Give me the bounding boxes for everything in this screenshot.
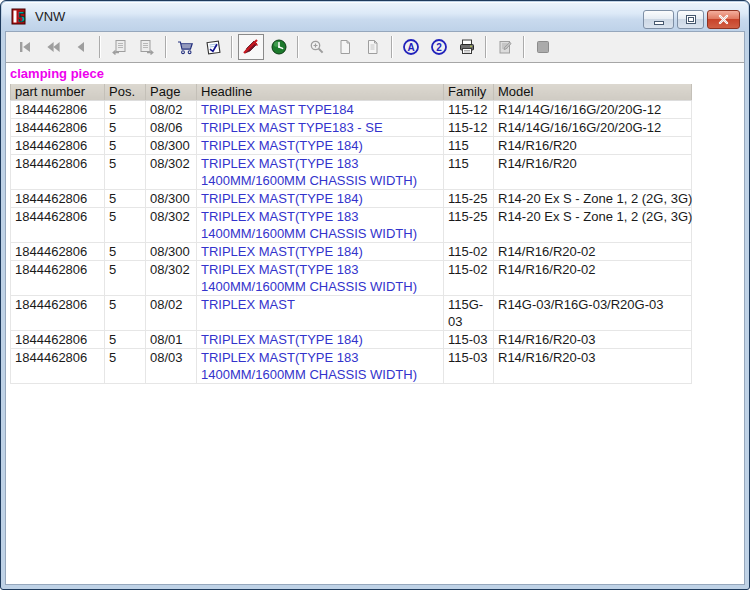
toolbar-separator — [297, 36, 299, 58]
headline-link[interactable]: TRIPLEX MAST(TYPE 184) — [201, 191, 363, 206]
col-header-model[interactable]: Model — [494, 84, 692, 101]
cell-family: 115-25 — [444, 190, 494, 208]
headline-link[interactable]: TRIPLEX MAST — [201, 297, 295, 312]
close-icon — [718, 14, 729, 25]
cell-part-number: 1844462806 — [11, 331, 105, 349]
table-row[interactable]: 1844462806508/02TRIPLEX MAST115G-03R14G-… — [11, 296, 692, 331]
checklist-button[interactable] — [200, 34, 226, 60]
headline-link[interactable]: TRIPLEX MAST(TYPE 183 1400MM/1600MM CHAS… — [201, 156, 417, 188]
notes-button[interactable] — [492, 34, 518, 60]
results-table: part number Pos. Page Headline Family Mo… — [10, 84, 692, 384]
go-previous-fast-button[interactable] — [40, 34, 66, 60]
search-term-label: clamping piece — [10, 66, 744, 81]
zoom-button[interactable] — [304, 34, 330, 60]
results-pane: clamping piece part number Pos. Page Hea… — [6, 63, 744, 584]
toolbar-separator — [523, 36, 525, 58]
title-bar[interactable]: 5 VNW — [2, 2, 748, 31]
print-button[interactable] — [454, 34, 480, 60]
table-row[interactable]: 1844462806508/03TRIPLEX MAST(TYPE 183 14… — [11, 349, 692, 384]
cell-headline[interactable]: TRIPLEX MAST TYPE183 - SE — [197, 119, 444, 137]
checklist-icon — [205, 39, 222, 56]
go-previous-button[interactable] — [68, 34, 94, 60]
table-row[interactable]: 1844462806508/01TRIPLEX MAST(TYPE 184)11… — [11, 331, 692, 349]
screen: 5 VNW — [0, 0, 750, 590]
cell-model: R14-20 Ex S - Zone 1, 2 (2G, 3G) — [494, 208, 692, 243]
col-header-page[interactable]: Page — [146, 84, 197, 101]
cell-part-number: 1844462806 — [11, 190, 105, 208]
go-first-button[interactable] — [12, 34, 38, 60]
cell-family: 115-25 — [444, 208, 494, 243]
circled-2-button[interactable]: 2 — [426, 34, 452, 60]
headline-link[interactable]: TRIPLEX MAST(TYPE 184) — [201, 244, 363, 259]
page-view-button[interactable] — [332, 34, 358, 60]
table-row[interactable]: 1844462806508/302TRIPLEX MAST(TYPE 183 1… — [11, 155, 692, 190]
page-copy-button[interactable] — [360, 34, 386, 60]
minimize-button[interactable] — [643, 10, 674, 29]
cell-pos: 5 — [105, 137, 146, 155]
headline-link[interactable]: TRIPLEX MAST TYPE183 - SE — [201, 120, 383, 135]
cell-headline[interactable]: TRIPLEX MAST — [197, 296, 444, 331]
toolbar-separator — [165, 36, 167, 58]
maximize-button[interactable] — [677, 10, 704, 29]
headline-link[interactable]: TRIPLEX MAST TYPE184 — [201, 102, 354, 117]
table-row[interactable]: 1844462806508/302TRIPLEX MAST(TYPE 183 1… — [11, 261, 692, 296]
col-header-family[interactable]: Family — [444, 84, 494, 101]
headline-link[interactable]: TRIPLEX MAST(TYPE 183 1400MM/1600MM CHAS… — [201, 350, 417, 382]
cell-pos: 5 — [105, 296, 146, 331]
cell-model: R14-20 Ex S - Zone 1, 2 (2G, 3G) — [494, 190, 692, 208]
headline-link[interactable]: TRIPLEX MAST(TYPE 183 1400MM/1600MM CHAS… — [201, 262, 417, 294]
cell-page: 08/302 — [146, 261, 197, 296]
toolbar-separator — [391, 36, 393, 58]
history-clock-button[interactable] — [266, 34, 292, 60]
table-row[interactable]: 1844462806508/300TRIPLEX MAST(TYPE 184)1… — [11, 137, 692, 155]
go-previous-fast-icon — [45, 39, 61, 55]
cell-page: 08/300 — [146, 243, 197, 261]
table-row[interactable]: 1844462806508/300TRIPLEX MAST(TYPE 184)1… — [11, 190, 692, 208]
cell-part-number: 1844462806 — [11, 137, 105, 155]
col-header-part-number[interactable]: part number — [11, 84, 105, 101]
cell-headline[interactable]: TRIPLEX MAST TYPE184 — [197, 101, 444, 119]
headline-link[interactable]: TRIPLEX MAST(TYPE 184) — [201, 138, 363, 153]
cell-family: 115-12 — [444, 101, 494, 119]
table-row[interactable]: 1844462806508/06TRIPLEX MAST TYPE183 - S… — [11, 119, 692, 137]
cell-headline[interactable]: TRIPLEX MAST(TYPE 184) — [197, 137, 444, 155]
pen-cancel-button[interactable] — [238, 34, 264, 60]
go-previous-icon — [73, 39, 89, 55]
headline-link[interactable]: TRIPLEX MAST(TYPE 184) — [201, 332, 363, 347]
page-forward-button[interactable] — [134, 34, 160, 60]
cell-page: 08/06 — [146, 119, 197, 137]
cell-pos: 5 — [105, 155, 146, 190]
toolbar-separator — [485, 36, 487, 58]
cell-headline[interactable]: TRIPLEX MAST(TYPE 183 1400MM/1600MM CHAS… — [197, 208, 444, 243]
zoom-icon — [309, 39, 325, 55]
cell-headline[interactable]: TRIPLEX MAST(TYPE 184) — [197, 331, 444, 349]
close-button[interactable] — [707, 10, 740, 29]
table-row[interactable]: 1844462806508/302TRIPLEX MAST(TYPE 183 1… — [11, 208, 692, 243]
table-header-row: part number Pos. Page Headline Family Mo… — [11, 84, 692, 101]
cell-headline[interactable]: TRIPLEX MAST(TYPE 184) — [197, 243, 444, 261]
cell-family: 115G-03 — [444, 296, 494, 331]
cell-headline[interactable]: TRIPLEX MAST(TYPE 183 1400MM/1600MM CHAS… — [197, 261, 444, 296]
go-first-icon — [17, 39, 33, 55]
cell-pos: 5 — [105, 208, 146, 243]
col-header-pos[interactable]: Pos. — [105, 84, 146, 101]
table-row[interactable]: 1844462806508/02TRIPLEX MAST TYPE184115-… — [11, 101, 692, 119]
placeholder-square-button[interactable] — [530, 34, 556, 60]
cell-part-number: 1844462806 — [11, 261, 105, 296]
table-row[interactable]: 1844462806508/300TRIPLEX MAST(TYPE 184)1… — [11, 243, 692, 261]
col-header-headline[interactable]: Headline — [197, 84, 444, 101]
cell-headline[interactable]: TRIPLEX MAST(TYPE 183 1400MM/1600MM CHAS… — [197, 349, 444, 384]
toolbar: A 2 — [6, 32, 744, 63]
cell-pos: 5 — [105, 101, 146, 119]
page-back-button[interactable] — [106, 34, 132, 60]
cell-headline[interactable]: TRIPLEX MAST(TYPE 183 1400MM/1600MM CHAS… — [197, 155, 444, 190]
circled-a-button[interactable]: A — [398, 34, 424, 60]
cell-page: 08/300 — [146, 137, 197, 155]
pen-cancel-icon — [242, 38, 260, 56]
cell-headline[interactable]: TRIPLEX MAST(TYPE 184) — [197, 190, 444, 208]
cart-button[interactable] — [172, 34, 198, 60]
headline-link[interactable]: TRIPLEX MAST(TYPE 183 1400MM/1600MM CHAS… — [201, 209, 417, 241]
svg-text:2: 2 — [436, 42, 442, 53]
svg-text:A: A — [407, 42, 414, 53]
cell-model: R14/R16/R20-03 — [494, 349, 692, 384]
